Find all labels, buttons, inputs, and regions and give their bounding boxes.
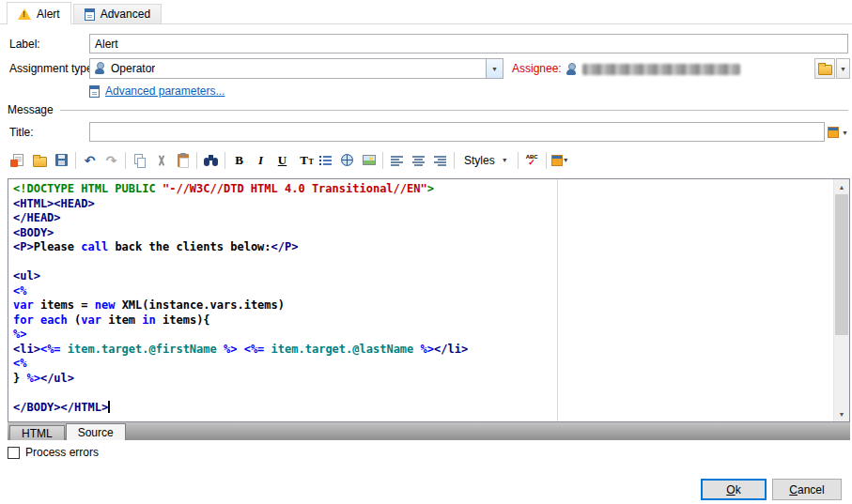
italic-button[interactable]: I	[250, 150, 271, 171]
assignee-dropdown-button[interactable]: ▼	[836, 58, 850, 79]
code-line: <!DOCTYPE HTML PUBLIC "-//W3C//DTD HTML …	[13, 182, 830, 197]
text-size-button[interactable]: T	[293, 150, 315, 171]
tab-alert[interactable]: Alert	[7, 2, 71, 24]
link-icon	[341, 154, 353, 166]
copy-button[interactable]	[129, 150, 150, 171]
code-line	[13, 255, 830, 270]
styles-label: Styles	[464, 154, 495, 167]
code-line: <%	[13, 357, 830, 372]
align-right-button[interactable]	[429, 150, 451, 171]
copy-icon	[133, 154, 147, 167]
scroll-up-button[interactable]: ▲	[834, 179, 849, 194]
image-button[interactable]	[358, 150, 380, 171]
text-caret	[108, 401, 110, 413]
link-button[interactable]	[336, 150, 358, 171]
assignee-browse-button[interactable]	[814, 58, 835, 79]
assignee-person-icon	[565, 63, 578, 76]
assignment-type-caption: Assignment type:	[9, 58, 96, 78]
label-caption: Label:	[9, 34, 40, 53]
form-icon	[85, 8, 95, 21]
underline-button[interactable]: U	[271, 150, 293, 171]
styles-button[interactable]: Styles▼	[457, 150, 515, 171]
arrow-down-icon: ▼	[839, 411, 845, 418]
scroll-down-button[interactable]: ▼	[834, 406, 849, 421]
chevron-down-icon: ▼	[840, 66, 846, 72]
scrollbar-thumb[interactable]	[835, 194, 848, 335]
process-errors-label: Process errors	[25, 446, 99, 459]
toolbar-separator	[75, 152, 76, 169]
code-line: } %></ul>	[13, 372, 830, 387]
process-errors-row: Process errors	[8, 446, 99, 459]
bold-button[interactable]: B	[228, 150, 250, 171]
arrow-up-icon: ▲	[839, 184, 845, 191]
message-group-label: Message	[8, 103, 54, 116]
redo-icon: ↷	[106, 154, 117, 167]
image-icon	[363, 155, 376, 165]
tab-advanced-label: Advanced	[101, 8, 150, 21]
operator-person-icon	[93, 62, 106, 75]
code-line	[13, 386, 830, 401]
code-line: </BODY></HTML>	[13, 401, 830, 416]
code-line: var items = new XML(instance.vars.items)	[13, 298, 830, 313]
code-line: <HTML><HEAD>	[13, 197, 830, 212]
toolbar-separator	[225, 152, 225, 169]
chevron-down-icon: ▼	[491, 66, 498, 72]
insert-html-button[interactable]	[8, 150, 29, 171]
tab-html-view[interactable]: HTML	[9, 425, 65, 440]
italic-icon: I	[258, 154, 263, 166]
form-icon	[89, 85, 100, 98]
editor-wrap-divider	[557, 179, 558, 421]
undo-icon: ↶	[85, 154, 96, 167]
toolbar-separator	[125, 152, 126, 169]
undo-button[interactable]: ↶	[79, 150, 101, 171]
bullet-list-button[interactable]	[315, 150, 336, 171]
label-input-value: Alert	[95, 38, 118, 51]
folder-icon	[818, 65, 832, 75]
insert-field-icon	[828, 127, 839, 138]
assignment-type-select[interactable]: Operator ▼	[89, 58, 503, 79]
align-left-button[interactable]	[386, 150, 408, 171]
assignee-caption: Assignee:	[512, 58, 562, 78]
cancel-label: Cancel	[789, 483, 824, 496]
tab-source-view[interactable]: Source	[66, 423, 126, 440]
ok-button[interactable]: Ok	[701, 479, 767, 500]
editor-toolbar: ↶↷BIUTStyles▼ABC✓▼	[8, 147, 571, 173]
assignee-field[interactable]	[565, 60, 740, 79]
insert-field-button[interactable]: ▼	[550, 150, 571, 171]
chevron-down-icon: ▼	[502, 157, 508, 163]
align-left-icon	[391, 155, 403, 166]
editor-scrollbar[interactable]: ▲ ▼	[833, 179, 849, 421]
paste-button[interactable]	[172, 150, 194, 171]
message-group-header: Message	[8, 103, 848, 116]
find-button[interactable]	[200, 150, 222, 171]
scrollbar-track[interactable]	[834, 194, 849, 406]
title-input[interactable]	[89, 122, 825, 142]
source-editor[interactable]: <!DOCTYPE HTML PUBLIC "-//W3C//DTD HTML …	[8, 178, 850, 422]
bold-icon: B	[235, 154, 243, 166]
assignment-type-dropdown-button[interactable]: ▼	[486, 59, 503, 78]
text-size-icon: T	[300, 154, 308, 166]
chevron-down-icon: ▼	[563, 157, 569, 163]
cancel-button[interactable]: Cancel	[772, 479, 842, 500]
title-caption: Title:	[9, 122, 34, 142]
code-line: <P>Please call back the clients below:</…	[13, 240, 830, 255]
title-insert-field-button[interactable]: ▼	[826, 123, 850, 142]
process-errors-checkbox[interactable]	[8, 447, 20, 459]
code-area[interactable]: <!DOCTYPE HTML PUBLIC "-//W3C//DTD HTML …	[8, 179, 849, 421]
open-folder-button[interactable]	[29, 150, 51, 171]
warning-icon	[18, 8, 31, 20]
redo-button[interactable]: ↷	[101, 150, 122, 171]
cut-button[interactable]	[150, 150, 172, 171]
save-button[interactable]	[51, 150, 72, 171]
insert-field-icon	[551, 155, 563, 166]
open-folder-icon	[33, 157, 47, 167]
code-line: for each (var item in items){	[13, 313, 830, 328]
view-tab-strip: HTML Source	[8, 422, 850, 440]
spellcheck-button[interactable]: ABC✓	[521, 150, 543, 171]
advanced-parameters-link[interactable]: Advanced parameters...	[89, 84, 225, 99]
alert-dialog: Alert Advanced Label: Alert Assignment t…	[0, 0, 852, 504]
align-center-button[interactable]	[408, 150, 429, 171]
code-line: <%	[13, 284, 830, 299]
tab-advanced[interactable]: Advanced	[73, 4, 162, 23]
label-input[interactable]: Alert	[89, 34, 848, 53]
